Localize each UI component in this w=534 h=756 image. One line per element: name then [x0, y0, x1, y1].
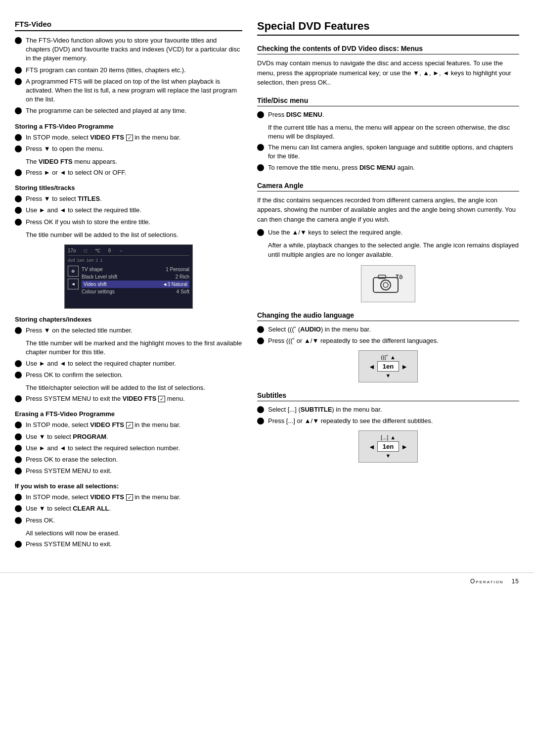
menu-screenshot: 17ο □ ℃ θ ← dvd 1en 1en 1 1 ⊕ ◄: [64, 244, 193, 309]
list-item: Press ▼ to open the menu.: [15, 144, 242, 153]
bullet-icon: [257, 406, 264, 413]
bullet-icon: [15, 134, 22, 141]
list-item: Press ► or ◄ to select ON or OFF.: [15, 168, 242, 177]
special-dvd-title: Special DVD Features: [257, 20, 519, 36]
title-disc-list-2: The menu can list camera angles, spoken …: [257, 143, 519, 173]
menu-row-4: Colour settings 4 Soft: [82, 288, 189, 295]
audio-lang-display: (((˚ ▲ ◄ 1en ► ▼: [358, 350, 418, 382]
subtitle-lang-display: [...] ▲ ◄ 1en ► ▼: [358, 430, 418, 463]
list-item: Press ▼ to select TITLES.: [15, 194, 242, 203]
sp-2: Press ▼ to open the menu.: [26, 144, 242, 153]
fts-intro-4: The programme can be selected and played…: [26, 106, 242, 115]
list-item: In STOP mode, select VIDEO FTS ✓ in the …: [15, 493, 242, 502]
bullet-icon: [15, 541, 22, 548]
bullet-icon: [257, 229, 264, 236]
sp-3: Press ► or ◄ to select ON or OFF.: [26, 168, 242, 177]
subtitle-top-row: [...] ▲: [381, 434, 396, 440]
al-2: Press (((˚ or ▲/▼ repeatedly to see the …: [268, 336, 519, 345]
erasing-list: In STOP mode, select VIDEO FTS ✓ in the …: [15, 421, 242, 475]
subtitle-center-row: ◄ 1en ►: [368, 441, 408, 452]
list-item: Press SYSTEM MENU to exit.: [15, 540, 242, 549]
checking-heading: Checking the contents of DVD Video discs…: [257, 45, 519, 54]
menu-icon-4: θ: [108, 248, 111, 253]
subtitles-heading: Subtitles: [257, 391, 519, 401]
subtitle-display-container: [...] ▲ ◄ 1en ► ▼: [257, 430, 519, 463]
bullet-icon: [15, 207, 22, 214]
bullet-icon: [15, 445, 22, 452]
menu-icon-circle: ⊕: [68, 266, 79, 277]
subtitle-icon-label: [...]: [381, 434, 388, 440]
bullet-icon: [15, 169, 22, 176]
bullet-icon: [15, 360, 22, 367]
audio-center-row: ◄ 1en ►: [368, 361, 408, 372]
er-4: Press OK to erase the selection.: [26, 455, 242, 464]
storing-chapters-heading: Storing chapters/indexes: [15, 316, 242, 323]
menu-labels: dvd 1en 1en 1 1: [68, 258, 189, 263]
sp-1: In STOP mode, select VIDEO FTS ✓ in the …: [26, 133, 242, 142]
td-2: The menu can list camera angles, spoken …: [268, 143, 519, 161]
bullet-icon: [15, 395, 22, 402]
subtitle-right-arrow: ►: [401, 443, 408, 451]
audio-down-arrow: ▼: [386, 373, 391, 378]
list-item: The FTS-Video function allows you to sto…: [15, 36, 242, 63]
list-item: Press ▼ on the selected title number.: [15, 326, 242, 335]
menu-row-right-3: ◄3 Natural: [163, 282, 187, 287]
footer: Operation 15: [0, 572, 534, 590]
list-item: Press DISC MENU.: [257, 110, 519, 119]
ea-4: Press SYSTEM MENU to exit.: [26, 540, 242, 549]
audio-lang-list: Select (((˚ (AUDIO) in the menu bar. Pre…: [257, 325, 519, 345]
menu-row-left-4: Colour settings: [82, 289, 115, 294]
subtitle-up-arrow: ▲: [390, 434, 396, 440]
camera-icon-box: Tô: [361, 265, 415, 302]
fts-intro-list: The FTS-Video function allows you to sto…: [15, 36, 242, 116]
list-item: Press OK to erase the selection.: [15, 455, 242, 464]
list-item: To remove the title menu, press DISC MEN…: [257, 163, 519, 172]
td-3: To remove the title menu, press DISC MEN…: [268, 163, 519, 172]
storing-programme-list-2: Press ► or ◄ to select ON or OFF.: [15, 168, 242, 177]
camera-icon-container: Tô: [257, 265, 519, 302]
audio-up-arrow: ▲: [390, 354, 396, 360]
storing-chapters-list: Press ▼ on the selected title number.: [15, 326, 242, 335]
subtitles-list: Select [...] (SUBTITLE) in the menu bar.…: [257, 405, 519, 425]
list-item: In STOP mode, select VIDEO FTS ✓ in the …: [15, 421, 242, 429]
fts-intro-2: FTS program can contain 20 items (titles…: [26, 66, 242, 75]
ca-indent-1: After a while, playback changes to the s…: [268, 241, 519, 259]
list-item: Press SYSTEM MENU to exit the VIDEO FTS …: [15, 394, 242, 403]
svg-point-1: [381, 280, 391, 290]
audio-right-arrow: ►: [401, 363, 408, 371]
erasing-heading: Erasing a FTS-Video Programme: [15, 410, 242, 418]
menu-row-right-4: 4 Soft: [177, 289, 189, 294]
bullet-icon: [257, 144, 264, 151]
camera-angle-list: Use the ▲/▼ keys to select the required …: [257, 228, 519, 237]
bullet-icon: [15, 145, 22, 152]
erase-all-heading: If you wish to erase all selections:: [15, 482, 242, 490]
bullet-icon: [15, 433, 22, 440]
storing-programme-list: In STOP mode, select VIDEO FTS ✓ in the …: [15, 133, 242, 153]
storing-titles-list: Press ▼ to select TITLES. Use ► and ◄ to…: [15, 194, 242, 227]
sc-1: Press ▼ on the selected title number.: [26, 326, 242, 335]
bullet-icon: [15, 372, 22, 378]
menu-row-2: Black Level shift 2 Rich: [82, 273, 189, 281]
audio-icon-label: (((˚: [381, 354, 388, 360]
list-item: Use ► and ◄ to select the required title…: [15, 206, 242, 215]
title-disc-list: Press DISC MENU.: [257, 110, 519, 119]
bullet-icon: [257, 337, 264, 344]
list-item: Press OK.: [15, 516, 242, 525]
bullet-icon: [257, 418, 264, 425]
footer-page: 15: [512, 578, 519, 585]
subtitle-lang-value: 1en: [377, 441, 399, 452]
erase-all-list-2: Press SYSTEM MENU to exit.: [15, 540, 242, 549]
sub-2: Press [...] or ▲/▼ repeatedly to see the…: [268, 417, 519, 425]
bullet-icon: [15, 494, 22, 501]
bullet-icon: [257, 164, 264, 171]
list-item: Press (((˚ or ▲/▼ repeatedly to see the …: [257, 336, 519, 345]
menu-row-left-3: Video shift: [84, 282, 107, 287]
bullet-icon: [15, 195, 22, 202]
ea-2: Use ▼ to select CLEAR ALL.: [26, 504, 242, 513]
sp-indent-1: The VIDEO FTS menu appears.: [26, 157, 242, 166]
menu-inner: 17ο □ ℃ θ ← dvd 1en 1en 1 1 ⊕ ◄: [65, 245, 192, 298]
camera-angle-heading: Camera Angle: [257, 182, 519, 191]
menu-options: TV shape 1 Personal Black Level shift 2 …: [82, 266, 189, 295]
audio-lang-heading: Changing the audio language: [257, 311, 519, 321]
dvd-label: dvd: [68, 258, 75, 263]
